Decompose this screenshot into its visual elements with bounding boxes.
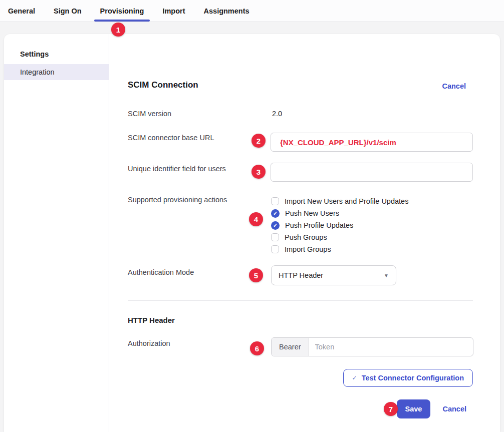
token-input[interactable] xyxy=(309,338,473,356)
checkbox-label: Push Profile Updates xyxy=(285,221,353,229)
unique-id-label: Unique identifier field for users xyxy=(128,165,226,173)
cancel-link-top[interactable]: Cancel xyxy=(442,82,466,90)
checkbox-label: Import New Users and Profile Updates xyxy=(285,197,408,205)
cancel-button[interactable]: Cancel xyxy=(442,405,466,413)
check-icon[interactable]: ✓ xyxy=(271,221,280,230)
chevron-down-icon: ▼ xyxy=(384,273,389,278)
scim-version-label: SCIM version xyxy=(128,110,171,118)
tab-general[interactable]: General xyxy=(8,0,35,22)
section-divider xyxy=(128,300,473,301)
tab-import[interactable]: Import xyxy=(162,0,185,22)
check-icon: ✓ xyxy=(352,374,357,381)
checkbox-label: Import Groups xyxy=(285,245,331,253)
sidebar-heading: Settings xyxy=(4,46,109,64)
sidebar-item-integration[interactable]: Integration xyxy=(4,64,109,80)
tab-sign-on[interactable]: Sign On xyxy=(54,0,82,22)
annotation-badge-2: 2 xyxy=(251,134,266,148)
checkbox-label: Push New Users xyxy=(285,209,339,217)
checkbox-push-new-users[interactable]: ✓ Push New Users xyxy=(271,207,408,219)
provisioning-actions-group: Import New Users and Profile Updates ✓ P… xyxy=(271,195,408,255)
annotation-badge-4: 4 xyxy=(249,212,263,226)
page-title: SCIM Connection xyxy=(128,80,198,90)
checkbox-unchecked-icon[interactable] xyxy=(271,233,279,241)
annotation-badge-7: 7 xyxy=(384,402,398,416)
http-header-section-title: HTTP Header xyxy=(128,316,175,324)
checkbox-import-groups[interactable]: Import Groups xyxy=(271,243,408,255)
save-button[interactable]: Save xyxy=(397,399,431,418)
app-tab-bar: General Sign On Provisioning Import Assi… xyxy=(0,0,504,22)
unique-id-input[interactable] xyxy=(271,163,473,182)
test-connector-label: Test Connector Configuration xyxy=(362,374,464,382)
provisioning-actions-label: Supported provisioning actions xyxy=(128,196,227,204)
authorization-label: Authorization xyxy=(128,339,170,347)
annotation-badge-6: 6 xyxy=(250,341,264,355)
scim-version-value: 2.0 xyxy=(272,110,282,118)
settings-sidebar: Settings Integration xyxy=(4,34,109,432)
checkbox-import-new-users[interactable]: Import New Users and Profile Updates xyxy=(271,195,408,207)
tab-assignments[interactable]: Assignments xyxy=(204,0,249,22)
checkbox-push-groups[interactable]: Push Groups xyxy=(271,231,408,243)
annotation-badge-3: 3 xyxy=(251,165,266,179)
test-connector-button[interactable]: ✓ Test Connector Configuration xyxy=(343,369,473,387)
footer-actions: Save Cancel xyxy=(397,399,466,418)
auth-mode-label: Authentication Mode xyxy=(128,268,194,276)
tab-provisioning[interactable]: Provisioning xyxy=(100,0,144,22)
checkbox-label: Push Groups xyxy=(285,233,327,241)
annotation-badge-1: 1 xyxy=(111,23,125,37)
provisioning-card: Settings Integration SCIM Connection Can… xyxy=(4,34,500,432)
checkbox-unchecked-icon[interactable] xyxy=(271,245,279,253)
auth-mode-select[interactable]: HTTP Header ▼ xyxy=(271,265,396,285)
base-url-input[interactable] xyxy=(271,133,473,152)
base-url-label: SCIM connector base URL xyxy=(128,134,214,142)
auth-mode-selected-value: HTTP Header xyxy=(279,271,323,279)
checkbox-unchecked-icon[interactable] xyxy=(271,197,279,205)
check-icon[interactable]: ✓ xyxy=(271,209,280,218)
checkbox-push-profile-updates[interactable]: ✓ Push Profile Updates xyxy=(271,219,408,231)
bearer-prefix: Bearer xyxy=(272,338,309,356)
annotation-badge-5: 5 xyxy=(249,268,263,282)
scim-connection-form: SCIM Connection Cancel SCIM version 2.0 … xyxy=(109,34,500,432)
authorization-input-group: Bearer xyxy=(271,337,473,356)
